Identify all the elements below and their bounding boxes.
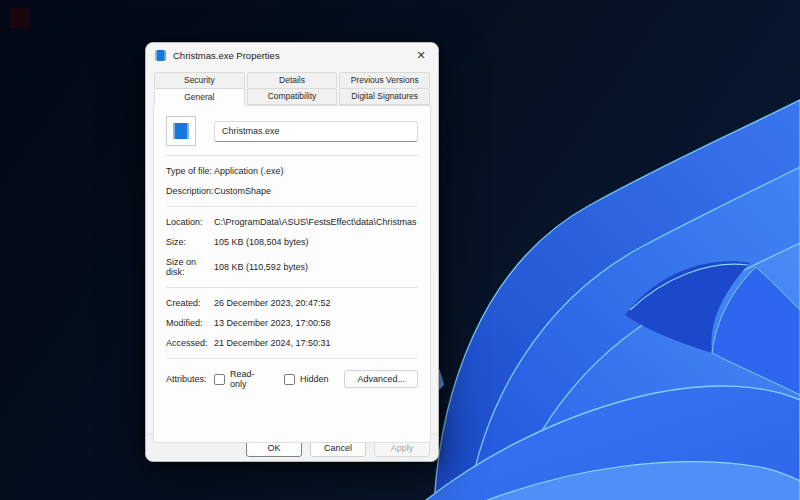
hidden-label: Hidden [300, 374, 329, 384]
tab-details[interactable]: Details [247, 72, 338, 88]
hidden-checkbox-group[interactable]: Hidden [284, 374, 329, 385]
modified-value: 13 December 2023, 17:00:58 [214, 318, 418, 328]
accessed-value: 21 December 2024, 17:50:31 [214, 338, 418, 348]
modified-row: Modified: 13 December 2023, 17:00:58 [166, 318, 418, 328]
size-row: Size: 105 KB (108,504 bytes) [166, 237, 418, 247]
tab-strip: Security Details Previous Versions Gener… [146, 67, 438, 105]
modified-label: Modified: [166, 318, 214, 328]
accessed-row: Accessed: 21 December 2024, 17:50:31 [166, 338, 418, 348]
type-label: Type of file: [166, 166, 214, 176]
file-icon-glyph [173, 123, 189, 139]
app-icon [155, 50, 166, 61]
tab-compatibility[interactable]: Compatibility [247, 88, 338, 105]
attributes-label: Attributes: [166, 374, 214, 384]
tab-general[interactable]: General [154, 88, 245, 106]
created-label: Created: [166, 298, 214, 308]
properties-dialog: Christmas.exe Properties ✕ Security Deta… [145, 42, 439, 462]
file-icon [166, 116, 196, 146]
size-on-disk-label: Size on disk: [166, 257, 214, 277]
divider [166, 287, 418, 288]
size-value: 105 KB (108,504 bytes) [214, 237, 418, 247]
readonly-checkbox[interactable] [214, 374, 225, 385]
type-value: Application (.exe) [214, 166, 418, 176]
size-on-disk-value: 108 KB (110,592 bytes) [214, 262, 418, 272]
close-icon[interactable]: ✕ [413, 47, 429, 63]
tab-digital-signatures[interactable]: Digital Signatures [339, 88, 430, 105]
location-value: C:\ProgramData\ASUS\FestsEffect\data\Chr… [214, 217, 418, 227]
title-bar[interactable]: Christmas.exe Properties ✕ [146, 43, 438, 67]
general-tab-panel: Type of file: Application (.exe) Descrip… [153, 105, 431, 443]
divider [166, 206, 418, 207]
description-value: CustomShape [214, 186, 418, 196]
description-label: Description: [166, 186, 214, 196]
hidden-checkbox[interactable] [284, 374, 295, 385]
attributes-row: Attributes: Read-only Hidden Advanced... [166, 369, 418, 389]
tab-previous-versions[interactable]: Previous Versions [339, 72, 430, 88]
corner-marker [10, 8, 30, 28]
created-value: 26 December 2023, 20:47:52 [214, 298, 418, 308]
location-label: Location: [166, 217, 214, 227]
window-title: Christmas.exe Properties [173, 50, 413, 61]
description-row: Description: CustomShape [166, 186, 418, 196]
size-label: Size: [166, 237, 214, 247]
accessed-label: Accessed: [166, 338, 214, 348]
tab-security[interactable]: Security [154, 72, 245, 88]
divider [166, 155, 418, 156]
size-on-disk-row: Size on disk: 108 KB (110,592 bytes) [166, 257, 418, 277]
location-row: Location: C:\ProgramData\ASUS\FestsEffec… [166, 217, 418, 227]
readonly-checkbox-group[interactable]: Read-only [214, 369, 268, 389]
readonly-label: Read-only [230, 369, 268, 389]
divider [166, 358, 418, 359]
windows-bloom-wallpaper [420, 95, 800, 500]
advanced-button[interactable]: Advanced... [344, 370, 418, 388]
type-of-file-row: Type of file: Application (.exe) [166, 166, 418, 176]
filename-input[interactable] [214, 121, 418, 142]
created-row: Created: 26 December 2023, 20:47:52 [166, 298, 418, 308]
